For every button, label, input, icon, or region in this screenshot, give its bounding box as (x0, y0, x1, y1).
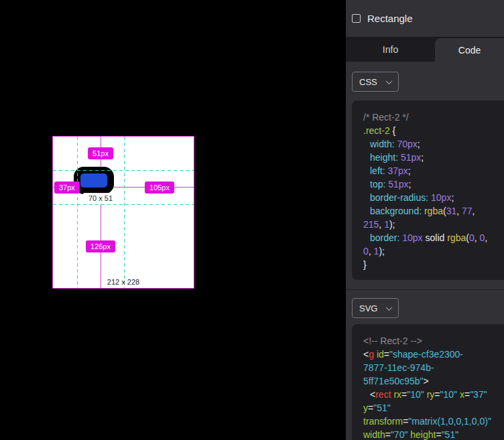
measure-badge-top: 51px (88, 147, 113, 159)
guide-line-top (53, 170, 194, 171)
css-format-select[interactable]: CSS (352, 72, 399, 92)
css-code-block[interactable]: /* Rect-2 */.rect-2 {width: 70px;height:… (352, 100, 504, 280)
panel-header: Rectangle (346, 0, 504, 37)
tab-info[interactable]: Info (346, 37, 435, 62)
code-line: border: 10px solid rgba(0, 0, (363, 231, 504, 244)
code-line: 215, 1); (363, 218, 504, 231)
board-size-label: 212 x 228 (107, 278, 139, 286)
chevron-down-icon (386, 304, 393, 311)
code-line: <!-- Rect-2 --> (363, 334, 504, 348)
right-panel: Rectangle Info Code CSS /* Rect-2 */.rec… (346, 0, 504, 440)
layer-name: Rectangle (367, 13, 413, 24)
svg-code-block[interactable]: <!-- Rect-2 --><g id="shape-cf3e2300-787… (352, 324, 504, 440)
css-format-value: CSS (359, 77, 377, 87)
code-line: y="51" (363, 401, 504, 415)
layer-checkbox[interactable] (352, 14, 361, 23)
svg-format-value: SVG (359, 303, 377, 313)
code-line: /* Rect-2 */ (363, 111, 504, 124)
chevron-down-icon (386, 78, 393, 84)
code-line: height: 51px; (363, 151, 504, 164)
code-line: left: 37px; (363, 164, 504, 177)
code-line: 7877-11ec-974b- (363, 361, 504, 374)
board[interactable]: 51px 37px 105px 126px 70 x 51 212 x 228 (52, 136, 194, 289)
code-line: .rect-2 { (363, 124, 504, 137)
code-line: } (363, 258, 504, 271)
guide-line-left (77, 137, 78, 288)
code-line: background: rgba(31, 77, (363, 204, 504, 218)
canvas-area[interactable]: 51px 37px 105px 126px 70 x 51 212 x 228 (0, 0, 346, 440)
svg-format-select[interactable]: SVG (352, 298, 399, 318)
guide-line-right (124, 137, 125, 288)
code-line: 0, 1); (363, 244, 504, 258)
code-line: border-radius: 10px; (363, 191, 504, 204)
guide-line-bottom (53, 204, 194, 205)
code-line: <g id="shape-cf3e2300- (363, 348, 504, 361)
code-line: 5ff71e50c95b"> (363, 374, 504, 388)
shape-size-label: 70 x 51 (83, 193, 118, 204)
code-line: width: 70px; (363, 137, 504, 151)
measure-badge-left: 37px (54, 181, 80, 194)
code-line: <rect rx="10" ry="10" x="37" (363, 388, 504, 401)
svg-section: SVG <!-- Rect-2 --><g id="shape-cf3e2300… (346, 290, 504, 440)
measure-badge-bottom: 126px (86, 240, 115, 252)
code-line: top: 51px; (363, 177, 504, 191)
code-line: width="70" height="51" (363, 428, 504, 440)
tab-bar: Info Code (346, 37, 504, 62)
tab-code[interactable]: Code (435, 38, 504, 62)
code-line: transform="matrix(1,0,0,1,0,0)" (363, 415, 504, 428)
css-section: CSS /* Rect-2 */.rect-2 {width: 70px;hei… (346, 62, 504, 280)
rectangle-shape[interactable] (74, 167, 114, 194)
measure-badge-right: 105px (145, 181, 174, 194)
